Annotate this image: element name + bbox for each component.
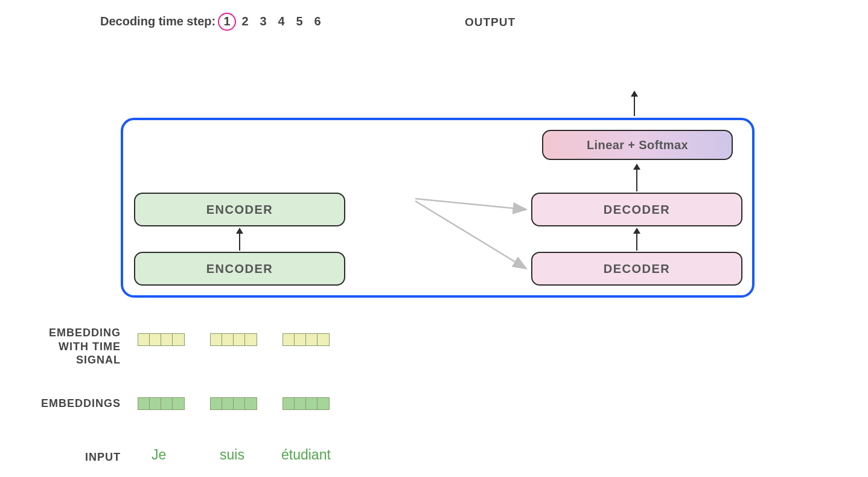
- timestep-4: 4: [273, 14, 289, 28]
- label-embedding-time: EMBEDDING WITH TIME SIGNAL: [25, 326, 121, 367]
- vec-emb-2: [282, 397, 330, 410]
- vec-time-1: [210, 333, 257, 346]
- vec-time-2: [282, 333, 330, 346]
- input-word-2: étudiant: [281, 447, 331, 463]
- diagram-container: Decoding time step: 1 2 3 4 5 6 OUTPUT L…: [0, 0, 868, 477]
- timestep-label: Decoding time step:: [100, 14, 215, 28]
- timestep-1: 1: [219, 14, 235, 28]
- label-embeddings: EMBEDDINGS: [35, 397, 121, 411]
- input-word-1: suis: [220, 447, 244, 463]
- output-label: OUTPUT: [465, 16, 515, 29]
- timestep-5: 5: [292, 14, 307, 28]
- timestep-2: 2: [237, 14, 253, 28]
- arrow-output: [634, 95, 635, 116]
- timestep-row: Decoding time step: 1 2 3 4 5 6: [100, 14, 325, 28]
- vec-emb-1: [210, 397, 257, 410]
- cross-attention-arrows: [123, 120, 757, 300]
- vec-time-0: [138, 333, 185, 346]
- timestep-6: 6: [310, 14, 325, 28]
- input-word-0: Je: [152, 447, 166, 463]
- svg-line-2: [415, 201, 526, 269]
- transformer-box: Linear + Softmax ENCODER ENCODER DECODER…: [121, 118, 755, 298]
- svg-line-1: [415, 199, 526, 210]
- timestep-3: 3: [255, 14, 271, 28]
- vec-emb-0: [138, 397, 185, 410]
- label-input: INPUT: [66, 450, 121, 464]
